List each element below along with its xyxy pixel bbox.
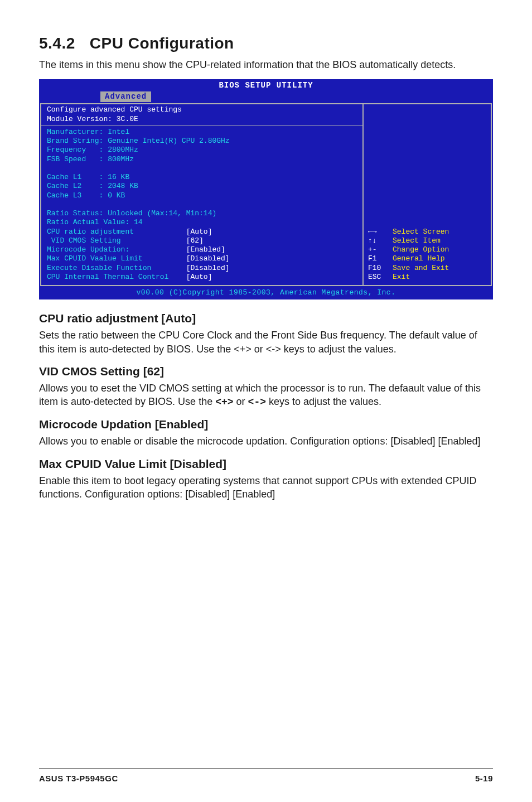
text-part: keys to adjust the values. <box>266 396 381 407</box>
bios-help-key: +- <box>368 245 393 254</box>
bios-info-cache-l1: Cache L1 : 16 KB <box>47 173 357 182</box>
bios-help-row: +-Change Option <box>368 245 449 254</box>
bios-option-value: [Enabled] <box>186 245 225 254</box>
bios-option-label: VID CMOS Setting <box>47 236 121 245</box>
bios-blank <box>47 200 357 209</box>
bios-option-value: [62] <box>186 236 204 245</box>
section-intro: The items in this menu show the CPU-rela… <box>39 58 493 71</box>
bios-info-ratio-status: Ratio Status: Unlocked (Max:14, Min:14) <box>47 209 357 218</box>
bios-info-frequency: Frequency : 2800MHz <box>47 146 357 154</box>
bios-option-row[interactable]: VID CMOS Setting [62] <box>47 236 357 245</box>
bios-pad <box>134 228 186 236</box>
bios-footer: v00.00 (C)Copyright 1985-2003, American … <box>39 287 493 299</box>
bios-info-cache-l2: Cache L2 : 2048 KB <box>47 182 357 191</box>
bios-left-pane: Configure advanced CPU settings Module V… <box>40 103 364 286</box>
section-title-text: CPU Configuration <box>90 35 234 52</box>
body-max-cpuid: Enable this item to boot legacy operatin… <box>39 474 493 501</box>
key-minus: <-> <box>248 397 266 408</box>
subhead-max-cpuid: Max CPUID Value Limit [Disabled] <box>39 457 493 471</box>
bios-option-row[interactable]: Max CPUID Vaalue Limit [Disabled] <box>47 254 357 263</box>
bios-option-row[interactable]: CPU ratio adjustment [Auto] <box>47 228 357 236</box>
page-footer: ASUS T3-P5945GC 5-19 <box>39 769 493 783</box>
body-vid-cmos: Allows you to eset the VID CMOS setting … <box>39 381 493 409</box>
bios-help-text: Exit <box>393 273 410 281</box>
bios-info-manufacturer: Manufacturer: Intel <box>47 128 357 137</box>
bios-option-value: [Auto] <box>186 273 212 281</box>
bios-option-row[interactable]: Execute Disable Function [Disabled] <box>47 264 357 273</box>
bios-pad <box>121 236 186 245</box>
footer-product: ASUS T3-P5945GC <box>39 774 118 783</box>
bios-config-line1: Configure advanced CPU settings <box>47 105 357 114</box>
bios-tabbar: Advanced <box>39 91 493 103</box>
bios-help-row: ↑↓Select Item <box>368 236 449 245</box>
bios-help-row: F10Save and Exit <box>368 264 449 273</box>
bios-help-key: ←→ <box>368 228 393 236</box>
body-cpu-ratio: Sets the ratio between the CPU Core Cloc… <box>39 328 493 356</box>
bios-option-label: Max CPUID Vaalue Limit <box>47 254 143 263</box>
bios-title: BIOS SETUP UTILITY <box>39 80 493 91</box>
section-number: 5.4.2 <box>39 35 75 52</box>
bios-help-row: ←→Select Screen <box>368 228 449 236</box>
bios-option-label: CPU ratio adjustment <box>47 228 134 236</box>
section-heading: 5.4.2CPU Configuration <box>39 35 493 52</box>
bios-config-line2: Module Version: 3C.0E <box>47 115 357 124</box>
key-plus: <+> <box>215 397 233 408</box>
body-microcode: Allows you to enable or disable the micr… <box>39 434 493 448</box>
bios-help-key: ESC <box>368 273 393 282</box>
bios-pad <box>129 245 186 254</box>
bios-screenshot: BIOS SETUP UTILITY Advanced Configure ad… <box>39 79 493 299</box>
bios-tab-advanced[interactable]: Advanced <box>100 91 151 103</box>
text-part: or <box>234 396 248 407</box>
bios-help-text: General Help <box>393 254 445 263</box>
bios-option-value: [Disabled] <box>186 254 230 263</box>
bios-help-key: ↑↓ <box>368 236 393 245</box>
bios-option-label: Execute Disable Function <box>47 264 151 272</box>
bios-option-value: [Disabled] <box>186 264 230 272</box>
bios-blank <box>47 164 357 173</box>
bios-help-row: ESCExit <box>368 273 449 282</box>
bios-right-pane: ←→Select Screen ↑↓Select Item +-Change O… <box>364 103 492 286</box>
bios-pad <box>168 273 186 281</box>
bios-info-fsb: FSB Speed : 800MHz <box>47 155 357 164</box>
bios-body: Configure advanced CPU settings Module V… <box>39 102 493 287</box>
bios-help-text: Select Item <box>393 236 441 245</box>
bios-header: BIOS SETUP UTILITY Advanced <box>39 79 493 102</box>
subhead-vid-cmos: VID CMOS Setting [62] <box>39 365 493 378</box>
bios-help-row: F1General Help <box>368 254 449 263</box>
footer-page-number: 5-19 <box>475 774 493 783</box>
bios-help-text: Save and Exit <box>393 264 449 272</box>
bios-help-block: ←→Select Screen ↑↓Select Item +-Change O… <box>368 228 449 282</box>
bios-divider <box>41 125 362 125</box>
bios-info-ratio-actual: Ratio Actual Value: 14 <box>47 218 357 227</box>
bios-pad <box>143 254 186 263</box>
bios-option-label: Microcode Updation: <box>47 245 129 254</box>
subhead-microcode: Microcode Updation [Enabled] <box>39 418 493 431</box>
bios-option-row[interactable]: CPU Internal Thermal Control [Auto] <box>47 273 357 282</box>
bios-help-key: F10 <box>368 264 393 273</box>
bios-help-text: Select Screen <box>393 228 449 236</box>
bios-info-cache-l3: Cache L3 : 0 KB <box>47 191 357 200</box>
bios-option-row[interactable]: Microcode Updation: [Enabled] <box>47 245 357 254</box>
bios-pad <box>151 264 186 272</box>
bios-help-key: F1 <box>368 254 393 263</box>
bios-help-text: Change Option <box>393 245 449 254</box>
bios-info-brand: Brand String: Genuine Intel(R) CPU 2.80G… <box>47 137 357 146</box>
subhead-cpu-ratio: CPU ratio adjustment [Auto] <box>39 312 493 325</box>
bios-option-label: CPU Internal Thermal Control <box>47 273 168 281</box>
bios-option-value: [Auto] <box>186 228 212 236</box>
